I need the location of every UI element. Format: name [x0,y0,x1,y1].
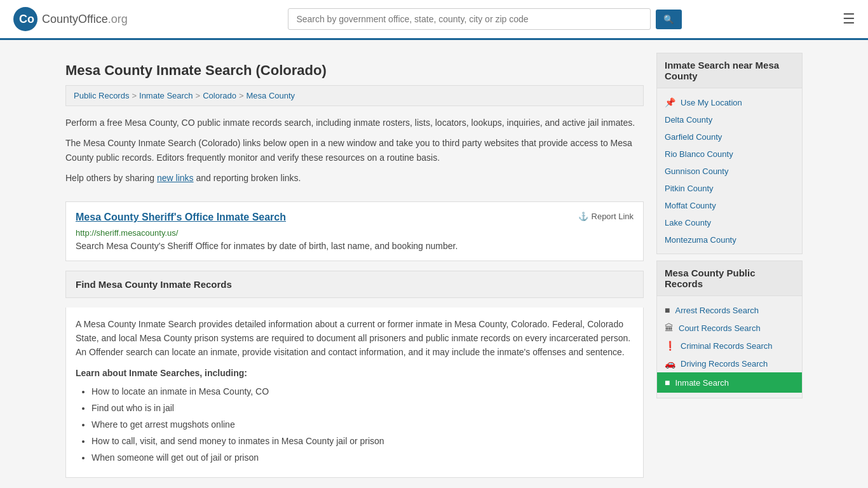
page-title: Mesa County Inmate Search (Colorado) [65,53,644,85]
breadcrumb-public-records[interactable]: Public Records [74,91,129,100]
sidebar-item-rioblanco[interactable]: Rio Blanco County [657,146,802,163]
nearby-header: Inmate Search near Mesa County [657,53,802,88]
public-records-links: ■ Arrest Records Search 🏛 Court Records … [657,296,802,398]
sidebar: Inmate Search near Mesa County 📌 Use My … [656,53,803,478]
public-records-header: Mesa County Public Records [657,261,802,296]
intro-p2: The Mesa County Inmate Search (Colorado)… [65,136,644,165]
bullet-1: How to locate an inmate in Mesa County, … [92,385,634,398]
search-input[interactable] [288,8,651,30]
nearby-section: Inmate Search near Mesa County 📌 Use My … [656,53,803,254]
public-records-section: Mesa County Public Records ■ Arrest Reco… [656,261,803,398]
logo-text: CountyOffice.org [42,13,128,26]
link-description: Search Mesa County's Sheriff Office for … [76,241,634,251]
link-url: http://sheriff.mesacounty.us/ [76,228,634,238]
sidebar-item-gunnison[interactable]: Gunnison County [657,163,802,180]
sheriff-link-title[interactable]: Mesa County Sheriff's Office Inmate Sear… [76,212,286,223]
report-icon: ⚓ [578,212,588,221]
court-records-link[interactable]: Court Records Search [679,323,761,333]
nearby-links: 📌 Use My Location Delta County Garfield … [657,88,802,254]
breadcrumb-mesa-county[interactable]: Mesa County [247,91,295,100]
search-button[interactable]: 🔍 [656,10,682,29]
breadcrumb: Public Records > Inmate Search > Colorad… [65,85,644,106]
bullet-4: How to call, visit, and send money to in… [92,435,634,448]
pub-rec-driving[interactable]: 🚗 Driving Records Search [657,355,802,372]
driving-records-link[interactable]: Driving Records Search [681,359,768,369]
logo-icon: Co [13,6,38,32]
bullet-2: Find out who is in jail [92,402,634,415]
pub-rec-criminal[interactable]: ❗ Criminal Records Search [657,337,802,355]
find-records-content: A Mesa County Inmate Search provides det… [65,308,644,478]
sidebar-item-garfield[interactable]: Garfield County [657,128,802,146]
content-column: Mesa County Inmate Search (Colorado) Pub… [65,53,644,478]
site-header: Co CountyOffice.org 🔍 ☰ [0,0,868,40]
sidebar-item-delta[interactable]: Delta County [657,111,802,128]
new-links-link[interactable]: new links [157,173,194,183]
bullet-5: When someone will get out of jail or pri… [92,451,634,464]
inmate-icon: ■ [665,377,670,388]
search-icon: 🔍 [663,15,674,24]
use-my-location-item[interactable]: 📌 Use My Location [657,93,802,111]
find-records-heading: Find Mesa County Inmate Records [76,279,634,290]
menu-icon[interactable]: ☰ [843,11,855,27]
sidebar-item-moffat[interactable]: Moffat County [657,197,802,214]
logo[interactable]: Co CountyOffice.org [13,6,128,32]
sheriff-url[interactable]: http://sheriff.mesacounty.us/ [76,228,178,238]
learn-heading: Learn about Inmate Searches, including: [76,366,634,380]
pub-rec-court[interactable]: 🏛 Court Records Search [657,319,802,337]
sidebar-item-lake[interactable]: Lake County [657,214,802,231]
pub-rec-arrest[interactable]: ■ Arrest Records Search [657,301,802,319]
link-box-header: Mesa County Sheriff's Office Inmate Sear… [76,212,634,223]
intro-p3: Help others by sharing new links and rep… [65,171,644,185]
breadcrumb-inmate-search[interactable]: Inmate Search [139,91,193,100]
report-link[interactable]: ⚓ Report Link [578,212,634,221]
arrest-records-link[interactable]: Arrest Records Search [675,306,759,315]
location-icon: 📌 [665,97,675,107]
find-records-section: Find Mesa County Inmate Records [65,271,644,298]
inmate-search-link[interactable]: Inmate Search [675,378,729,388]
pub-rec-inmate[interactable]: ■ Inmate Search [657,372,802,393]
driving-icon: 🚗 [665,358,675,369]
main-container: Mesa County Inmate Search (Colorado) Pub… [53,40,815,488]
link-box: Mesa County Sheriff's Office Inmate Sear… [65,201,644,261]
search-area: 🔍 [288,8,682,30]
learn-bullets: How to locate an inmate in Mesa County, … [76,385,634,464]
breadcrumb-colorado[interactable]: Colorado [203,91,236,100]
use-my-location-link[interactable]: Use My Location [681,98,742,107]
criminal-records-link[interactable]: Criminal Records Search [681,341,773,351]
criminal-icon: ❗ [665,341,675,351]
intro-p1: Perform a free Mesa County, CO public in… [65,116,644,130]
intro-section: Perform a free Mesa County, CO public in… [65,116,644,201]
bullet-3: Where to get arrest mugshots online [92,418,634,431]
arrest-icon: ■ [665,305,670,315]
court-icon: 🏛 [665,323,674,333]
sidebar-item-montezuma[interactable]: Montezuma County [657,231,802,248]
find-body: A Mesa County Inmate Search provides det… [76,317,634,360]
svg-text:Co: Co [19,13,34,25]
sidebar-item-pitkin[interactable]: Pitkin County [657,180,802,197]
